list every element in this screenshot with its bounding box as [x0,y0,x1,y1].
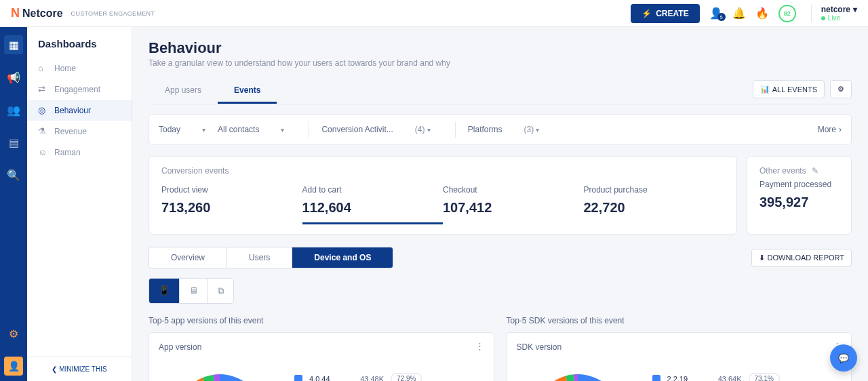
sidebar-icon: ☺ [38,147,47,157]
chat-fab[interactable]: 💬 [830,344,857,372]
filter-platforms[interactable]: Platforms(3) ▾ [468,125,552,134]
account-menu[interactable]: netcore ▾ Live [811,5,857,22]
page-subtitle: Take a granular view to understand how y… [149,58,852,68]
chart-section-title: Top-5 SDK versions of this event [507,316,852,325]
chevron-down-icon: ▾ [427,126,431,134]
filter-date[interactable]: Today▾ [159,125,218,134]
all-events-button[interactable]: 📊 ALL EVENTS [753,80,825,98]
multi-tab[interactable]: ⧉ [208,279,233,303]
other-events-card: Other events ✎ Payment processed 395,927 [747,156,852,235]
tab-app-users[interactable]: App users [149,79,218,104]
flame-icon[interactable]: 🔥 [755,7,769,20]
card-label: Conversion events [161,166,724,176]
subtab-device-and-os[interactable]: Device and OS [292,247,393,268]
metric[interactable]: Product purchase22,720 [584,181,725,224]
sidebar-item-home[interactable]: ⌂Home [27,58,132,79]
nav-settings-icon[interactable]: ⚙ [4,324,23,343]
page-title: Behaviour [149,39,852,57]
logo-icon: N [11,6,20,20]
subtab-users[interactable]: Users [227,247,292,268]
legend-row: 2.2.1943.64K73.1% [652,373,842,381]
sidebar-item-engagement[interactable]: ⇄Engagement [27,79,132,100]
iconbar: ▦ 📢 👥 ▤ 🔍 ⚙ 👤 [0,27,27,381]
sidebar-icon: ⚗ [38,126,47,136]
nav-avatar[interactable]: 👤 [4,357,23,376]
bell-icon[interactable]: 🔔 [732,7,746,20]
nav-dashboard-icon[interactable]: ▦ [4,35,23,54]
score-badge[interactable]: 82 [778,5,796,22]
conversion-card: Conversion events Product view713,260Add… [149,156,737,235]
desktop-tab[interactable]: 🖥 [180,279,208,303]
chevron-down-icon: ▾ [202,126,205,134]
nav-search-icon[interactable]: 🔍 [4,165,23,184]
app-version-chart: App version ⋮ 4.0.4443.48K72.9%4.3.479.3… [149,332,494,381]
nav-users-icon[interactable]: 👥 [4,100,23,119]
metric[interactable]: Product view713,260 [161,181,302,224]
sidebar: Dashboards ⌂Home⇄Engagement◎Behaviour⚗Re… [27,27,132,381]
edit-icon[interactable]: ✎ [812,166,818,176]
logo[interactable]: N Netcore [11,6,63,20]
tagline: CUSTOMER ENGAGEMENT [71,10,155,17]
sidebar-title: Dashboards [27,27,132,58]
brand-name: Netcore [22,7,63,20]
sidebar-icon: ⌂ [38,63,47,73]
chevron-down-icon: ▾ [536,126,539,134]
nav-report-icon[interactable]: ▤ [4,133,23,152]
nav-campaign-icon[interactable]: 📢 [4,68,23,87]
minimize-button[interactable]: ❮ MINIMIZE THIS [27,357,132,381]
metric[interactable]: Add to cart112,604 [302,181,443,224]
chevron-down-icon: ▾ [853,5,857,14]
subtab-overview[interactable]: Overview [149,247,227,268]
mobile-tab[interactable]: 📱 [149,279,180,303]
topbar: N Netcore CUSTOMER ENGAGEMENT ⚡ CREATE 👤… [0,0,868,27]
chevron-right-icon: › [839,125,842,134]
donut-chart [517,357,639,381]
chart-section-title: Top-5 app versions of this event [149,316,494,325]
main-content: Behaviour Take a granular view to unders… [132,27,868,381]
filter-activity[interactable]: Conversion Activit...(4) ▾ [321,125,442,134]
sidebar-icon: ◎ [38,105,47,115]
donut-chart [159,357,281,381]
legend-row: 4.0.4443.48K72.9% [294,373,484,381]
filters-bar: Today▾ All contacts▾ Conversion Activit.… [149,114,852,145]
user-icon[interactable]: 👤5 [709,7,723,20]
more-filters[interactable]: More › [818,125,842,134]
sidebar-item-revenue[interactable]: ⚗Revenue [27,121,132,142]
device-toggle: 📱 🖥 ⧉ [149,278,234,304]
gear-icon: ⚙ [837,85,844,94]
badge: 5 [717,13,726,21]
tabs: App usersEvents 📊 ALL EVENTS ⚙ [149,79,852,104]
lightning-icon: ⚡ [642,9,652,18]
sidebar-icon: ⇄ [38,84,47,94]
sidebar-item-raman[interactable]: ☺Raman [27,142,132,163]
create-button[interactable]: ⚡ CREATE [631,4,699,23]
chart-menu-icon[interactable]: ⋮ [475,341,484,351]
filter-contacts[interactable]: All contacts▾ [218,125,296,134]
metric[interactable]: Checkout107,412 [443,181,584,224]
live-status: Live [821,14,840,22]
tab-events[interactable]: Events [218,79,277,104]
download-report-button[interactable]: ⬇ DOWNLOAD REPORT [751,249,852,267]
sidebar-item-behaviour[interactable]: ◎Behaviour [27,100,132,121]
sdk-version-chart: SDK version ⋮ 2.2.1943.64K73.1%2.4.510.7… [507,332,852,381]
chevron-down-icon: ▾ [281,126,284,134]
settings-button[interactable]: ⚙ [830,80,852,98]
